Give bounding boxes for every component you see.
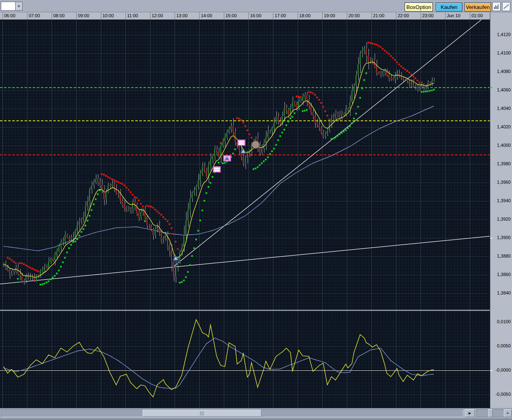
time-tick — [76, 12, 77, 20]
symbol-combobox[interactable]: ▼ — [1, 2, 22, 11]
price-label: 1,3960 — [497, 180, 511, 185]
axis-mark — [490, 87, 492, 88]
kaufen-button[interactable]: Kaufen — [436, 2, 462, 11]
time-tick — [52, 12, 52, 20]
price-axis[interactable]: 1,41201,41001,40801,40601,40401,40201,40… — [490, 12, 512, 408]
time-tick — [125, 12, 126, 20]
price-label: 1,3920 — [497, 217, 511, 221]
h-scrollbar: ||| ▶ − + — [0, 408, 512, 418]
time-tick — [445, 12, 446, 20]
time-tick — [175, 12, 175, 20]
time-tick — [421, 12, 421, 20]
time-axis[interactable]: 06:0007:0008:0009:0010:0011:0012:0013:00… — [0, 12, 490, 20]
price-label: 1,4040 — [497, 106, 511, 111]
time-label: 19:00 — [324, 13, 335, 18]
time-tick — [396, 12, 396, 20]
chart-canvas[interactable] — [0, 20, 490, 408]
price-label: 1,3900 — [497, 235, 511, 240]
oscillator-label: 0,0050 — [497, 343, 511, 348]
time-tick — [2, 12, 3, 20]
plus-icon: + — [507, 411, 509, 415]
price-label: 1,3880 — [497, 253, 511, 258]
h-scrollbar-thumb[interactable]: ||| — [143, 410, 262, 417]
price-label: 1,4060 — [497, 87, 511, 92]
time-tick — [322, 12, 323, 20]
time-tick — [298, 12, 298, 20]
axis-mark — [490, 237, 492, 239]
time-label: 15:00 — [225, 13, 237, 18]
chevron-down-icon: ▼ — [17, 5, 20, 8]
time-tick — [273, 12, 273, 20]
time-tick — [101, 12, 101, 20]
time-label: 12:00 — [152, 13, 163, 18]
toolbar: ▼ BoxOption Kaufen Verkaufen — [0, 0, 512, 12]
time-label: 13:00 — [176, 13, 188, 18]
price-label: 1,4120 — [497, 32, 511, 37]
time-tick — [347, 12, 347, 20]
time-tick — [150, 12, 150, 20]
line-tool-button[interactable] — [502, 2, 510, 11]
time-tick — [371, 12, 372, 20]
time-label: 23:00 — [422, 13, 434, 18]
oscillator-label: -0,0000 — [496, 368, 511, 372]
time-label: Jun 10 — [447, 13, 460, 18]
price-label: 1,4020 — [497, 124, 511, 129]
price-label: 1,3840 — [497, 290, 511, 295]
symbol-input[interactable] — [1, 2, 15, 11]
time-label: 08:00 — [53, 13, 65, 18]
price-label: 1,4100 — [497, 50, 511, 55]
line-tool-icon — [503, 4, 509, 9]
indicator-button[interactable] — [492, 2, 501, 11]
trading-chart-window: ▼ BoxOption Kaufen Verkaufen 06:0007:000… — [0, 0, 512, 420]
price-label: 1,4000 — [497, 143, 511, 148]
price-label: 1,3980 — [497, 161, 511, 166]
boxoption-button[interactable]: BoxOption — [405, 2, 433, 11]
verkaufen-button[interactable]: Verkaufen — [464, 2, 491, 11]
zoom-slider-handle[interactable] — [488, 409, 493, 417]
signal-bars-icon — [494, 4, 499, 9]
price-label: 1,3940 — [497, 198, 511, 203]
time-label: 10:00 — [102, 13, 114, 18]
right-arrow-icon: ▶ — [469, 411, 471, 415]
time-label: 14:00 — [201, 13, 212, 18]
h-scrollbar-track[interactable]: ||| — [1, 409, 463, 417]
time-label: 01:00 — [471, 13, 483, 18]
combo-dropdown-button[interactable]: ▼ — [15, 2, 23, 11]
price-label: 1,4080 — [497, 69, 511, 74]
time-label: 22:00 — [398, 13, 409, 18]
scroll-right-button[interactable]: ▶ — [465, 409, 475, 417]
time-label: 06:00 — [4, 13, 16, 18]
time-label: 20:00 — [348, 13, 360, 18]
oscillator-label: -0,0050 — [496, 392, 511, 397]
time-label: 11:00 — [127, 13, 138, 18]
panel-separator[interactable] — [0, 310, 512, 311]
time-tick — [27, 12, 27, 20]
time-tick — [199, 12, 200, 20]
time-tick — [248, 12, 249, 20]
thumb-grip-icon: ||| — [200, 411, 205, 415]
oscillator-label: 0,0100 — [497, 319, 511, 324]
price-label: 1,3860 — [497, 272, 511, 277]
zoom-in-button[interactable]: + — [504, 409, 512, 417]
time-tick — [470, 12, 470, 20]
price-axis-lower: 0,01000,0050-0,0000-0,0050 — [490, 311, 512, 408]
window-bottom-strip — [0, 418, 512, 420]
time-tick — [224, 12, 224, 20]
price-axis-main: 1,41201,41001,40801,40601,40401,40201,40… — [490, 12, 512, 310]
price-label: 1,3820 — [497, 309, 511, 310]
time-label: 07:00 — [29, 13, 40, 18]
axis-mark — [490, 370, 492, 371]
time-label: 21:00 — [373, 13, 385, 18]
time-label: 09:00 — [78, 13, 89, 18]
time-label: 17:00 — [275, 13, 286, 18]
time-label: 18:00 — [299, 13, 311, 18]
time-label: 16:00 — [250, 13, 262, 18]
